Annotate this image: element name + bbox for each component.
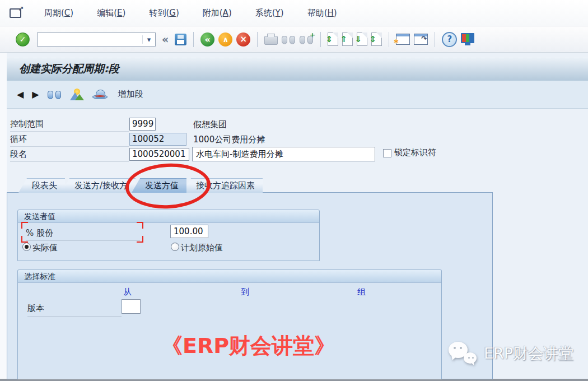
selection-criteria-group: 选择标准 从 到 组 版本: [17, 270, 442, 379]
print-icon[interactable]: [264, 36, 278, 45]
plan-values-radio[interactable]: [171, 243, 179, 251]
mountain-glyph: [75, 94, 84, 100]
new-session-icon[interactable]: *: [396, 34, 410, 45]
collapse-toolbar-icon[interactable]: «: [162, 33, 169, 45]
enter-ok-icon[interactable]: ✓: [16, 32, 30, 47]
actual-values-label: 实际值: [32, 243, 58, 253]
sender-values-group-title: 发送者值: [18, 210, 319, 223]
hat-icon[interactable]: [92, 90, 108, 99]
tab-sender-receiver[interactable]: 发送方/接收方: [61, 178, 136, 193]
left-margin-strip: [0, 53, 7, 381]
selection-criteria-group-title: 选择标准: [18, 270, 441, 283]
command-dropdown-icon[interactable]: ▾: [142, 35, 155, 44]
continue-window-icon[interactable]: ↗: [10, 8, 21, 18]
find-next-icon[interactable]: +: [300, 34, 314, 45]
controlling-area-desc: 假想集团: [193, 118, 227, 131]
back-icon[interactable]: «: [200, 32, 214, 47]
sap-gui-window: ↗ 周期(C) 编辑(E) 转到(G) 附加(A) 系统(Y) 帮助(H) ✓ …: [0, 0, 588, 381]
page-up-icon[interactable]: ⇑: [342, 32, 353, 46]
title-bar: 创建实际分配周期:段: [7, 57, 588, 81]
toolbar-separator: [193, 32, 194, 47]
segment-id-field[interactable]: 1000520001: [129, 148, 189, 161]
wechat-icon: [449, 341, 479, 366]
customize-layout-icon[interactable]: [461, 33, 474, 43]
corner-watermark-text: ERP财会讲堂: [484, 343, 573, 364]
menu-items: 周期(C) 编辑(E) 转到(G) 附加(A) 系统(Y) 帮助(H): [32, 1, 349, 26]
toolbar-separator: [435, 32, 435, 47]
previous-segment-icon[interactable]: ◀: [17, 89, 24, 100]
cycle-desc: 1000公司费用分摊: [193, 133, 265, 146]
command-field-wrap: ▾: [37, 32, 156, 47]
share-percent-input[interactable]: [170, 225, 208, 238]
column-header-from: 从: [123, 287, 132, 298]
tab-sender-values[interactable]: 发送方值: [132, 178, 186, 193]
menu-bar: ↗ 周期(C) 编辑(E) 转到(G) 附加(A) 系统(Y) 帮助(H): [0, 0, 588, 26]
version-label: 版本: [27, 301, 122, 317]
search-icon[interactable]: [48, 89, 62, 100]
tab-strip: 段表头 发送方/接收方 发送方值 接收方追踪因素: [22, 178, 263, 193]
exit-icon[interactable]: ∧: [218, 32, 232, 47]
menu-item-edit[interactable]: 编辑(E): [85, 1, 137, 26]
share-percent-label: % 股份: [26, 226, 140, 241]
command-input[interactable]: [38, 34, 142, 45]
sender-values-group: 发送者值 % 股份 实际值 计划原始值: [17, 210, 320, 261]
next-segment-icon[interactable]: ▶: [32, 89, 39, 100]
segment-name-input[interactable]: [192, 147, 375, 161]
tab-segment-header[interactable]: 段表头: [18, 178, 65, 193]
tab-receiver-tracing-factor[interactable]: 接收方追踪因素: [183, 178, 263, 193]
toolbar-separator: [389, 32, 389, 47]
cycle-label: 循环: [10, 132, 129, 147]
toolbar-separator: [257, 32, 258, 47]
plan-values-label: 计划原始值: [181, 243, 223, 253]
column-header-group: 组: [357, 287, 366, 298]
controlling-area-field[interactable]: 9999: [129, 118, 156, 131]
create-shortcut-icon[interactable]: ↷: [414, 34, 428, 45]
toolbar-separator: [320, 32, 321, 47]
column-header-to: 到: [241, 287, 249, 298]
arrow-glyph: ↗: [18, 5, 24, 13]
plus-glyph: +: [309, 31, 315, 39]
last-page-icon[interactable]: ⇕: [371, 32, 382, 46]
save-icon[interactable]: [175, 34, 186, 45]
find-icon[interactable]: [282, 34, 296, 45]
version-from-input[interactable]: [122, 299, 141, 314]
application-toolbar: ◀ ▶ 增加段: [7, 81, 588, 109]
menu-item-goto[interactable]: 转到(G): [137, 1, 190, 26]
help-icon[interactable]: ?: [442, 32, 457, 47]
menu-item-help[interactable]: 帮助(H): [296, 1, 349, 26]
add-segment-button[interactable]: 增加段: [118, 89, 143, 100]
standard-toolbar: ✓ ▾ « « ∧ × + ⇕ ⇑ ⇓ ⇕ * ↷ ?: [0, 26, 588, 53]
overview-icon[interactable]: [70, 89, 84, 100]
controlling-area-label: 控制范围: [10, 117, 129, 132]
page-title: 创建实际分配周期:段: [19, 62, 119, 76]
first-page-icon[interactable]: ⇕: [328, 32, 338, 46]
menu-item-extras[interactable]: 附加(A): [191, 1, 244, 26]
lock-indicator-checkbox[interactable]: [383, 149, 391, 157]
cycle-field[interactable]: 100052: [129, 133, 186, 146]
menu-item-cycle[interactable]: 周期(C): [32, 1, 85, 26]
center-watermark-text: 《ERP财会讲堂》: [161, 332, 335, 360]
actual-values-radio[interactable]: [22, 243, 31, 251]
menu-item-system[interactable]: 系统(Y): [244, 1, 296, 26]
segment-name-label: 段名: [10, 147, 129, 162]
page-down-icon[interactable]: ⇓: [357, 32, 367, 46]
cancel-icon[interactable]: ×: [236, 32, 250, 47]
corner-watermark: ERP财会讲堂: [449, 341, 573, 366]
lock-indicator-label: 锁定标识符: [394, 147, 436, 158]
